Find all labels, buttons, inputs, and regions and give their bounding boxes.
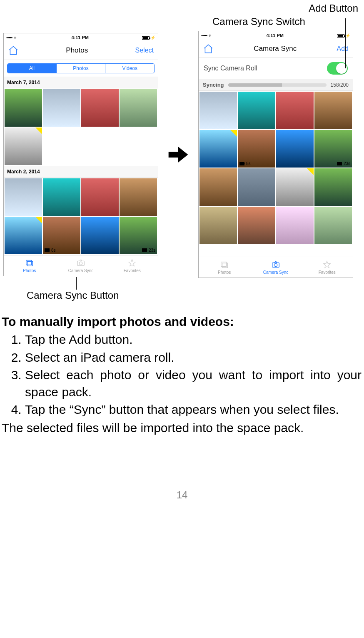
- segmented-control[interactable]: All Photos Videos: [7, 63, 155, 73]
- photo-thumb[interactable]: [120, 89, 157, 127]
- add-button[interactable]: Add: [337, 45, 349, 53]
- tab-photos[interactable]: Photos: [199, 257, 250, 278]
- tab-camera-sync[interactable]: Camera Sync: [55, 255, 106, 276]
- video-camera-icon: 8s: [45, 248, 56, 253]
- video-thumb[interactable]: 23s: [120, 217, 157, 254]
- photo-thumb[interactable]: [5, 89, 42, 127]
- photo-thumb[interactable]: [5, 128, 42, 165]
- star-icon: [322, 260, 332, 269]
- photo-thumb[interactable]: [43, 178, 80, 216]
- photo-grid-2: 8s 23s: [4, 178, 158, 255]
- tab-label: Photos: [218, 270, 231, 275]
- status-time: 4:11 PM: [266, 33, 284, 38]
- page-title: Photos: [66, 46, 88, 55]
- video-thumb[interactable]: 23s: [314, 130, 352, 168]
- photo-thumb[interactable]: [276, 130, 314, 168]
- segment-photos[interactable]: Photos: [57, 64, 106, 73]
- photo-thumb[interactable]: [238, 92, 275, 129]
- status-bar: ••••• ᯤ 4:11 PM ⚡: [4, 33, 158, 42]
- photo-thumb[interactable]: [120, 178, 157, 216]
- photo-thumb[interactable]: [5, 217, 42, 254]
- arrow-right-icon: [166, 143, 191, 166]
- camera-sync-tab-icon: [271, 260, 280, 269]
- instruction-step: Tap the Add button.: [25, 331, 362, 348]
- tab-label: Favorites: [124, 268, 141, 273]
- instructions-block: To manually import photos and videos: Ta…: [0, 306, 364, 435]
- photo-thumb[interactable]: [314, 92, 352, 129]
- svg-rect-4: [221, 262, 226, 267]
- instruction-step: Tap the “Sync” button that appears when …: [25, 401, 362, 418]
- callout-add-button: Add Button: [0, 3, 364, 14]
- photos-tab-icon: [25, 258, 34, 268]
- photos-tab-icon: [220, 260, 229, 269]
- sync-photo-grid: 8s 23s: [199, 91, 353, 245]
- photo-thumb[interactable]: [238, 168, 275, 206]
- home-icon[interactable]: [8, 45, 19, 56]
- tab-camera-sync[interactable]: Camera Sync: [250, 257, 301, 278]
- photo-thumb[interactable]: [81, 217, 119, 254]
- tab-bar: Photos Camera Sync Favorites: [4, 255, 158, 276]
- photo-thumb[interactable]: [81, 178, 119, 216]
- page-title: Camera Sync: [254, 45, 297, 53]
- instruction-step: Select an iPad camera roll.: [25, 349, 362, 366]
- svg-rect-1: [27, 261, 32, 266]
- sync-mark-icon: [35, 128, 42, 134]
- photo-thumb[interactable]: [199, 130, 237, 168]
- select-button[interactable]: Select: [135, 47, 154, 54]
- instructions-heading: To manually import photos and videos:: [2, 315, 362, 329]
- sync-camera-roll-row: Sync Camera Roll: [199, 58, 353, 79]
- camera-sync-switch[interactable]: [327, 62, 348, 75]
- photo-thumb[interactable]: [5, 178, 42, 216]
- home-icon[interactable]: [203, 43, 214, 54]
- sync-mark-icon: [35, 217, 42, 223]
- tab-photos[interactable]: Photos: [4, 255, 55, 276]
- tab-label: Photos: [23, 268, 36, 273]
- segment-videos[interactable]: Videos: [105, 64, 154, 73]
- camera-sync-tab-icon: [76, 258, 85, 268]
- photo-thumb[interactable]: [314, 207, 352, 244]
- syncing-progress-row: Syncing 158/200: [199, 79, 353, 91]
- tab-favorites[interactable]: Favorites: [302, 257, 353, 278]
- tab-label: Favorites: [319, 270, 336, 275]
- svg-rect-0: [26, 260, 31, 265]
- nav-bar: Camera Sync Add: [199, 40, 353, 58]
- callout-camera-sync-switch: Camera Sync Switch: [0, 16, 364, 28]
- phone-camera-sync-screen: ••••• ᯤ 4:11 PM ⚡ Camera Sync Add Sync C…: [198, 31, 353, 278]
- photo-thumb[interactable]: [81, 89, 119, 127]
- sync-mark-icon: [230, 130, 237, 137]
- svg-rect-5: [222, 263, 227, 268]
- callout-camera-sync-button: Camera Sync Button: [27, 290, 119, 301]
- signal-dots: ••••• ᯤ: [201, 33, 213, 38]
- callout-camera-sync-button-wrap: Camera Sync Button: [0, 277, 364, 306]
- video-thumb[interactable]: 8s: [238, 130, 275, 168]
- photo-thumb[interactable]: [199, 92, 237, 129]
- photo-grid-1: [4, 88, 158, 166]
- video-camera-icon: 23s: [337, 161, 350, 166]
- signal-dots: ••••• ᯤ: [6, 35, 18, 40]
- svg-point-7: [274, 263, 277, 266]
- photo-thumb[interactable]: [199, 168, 237, 206]
- photo-thumb[interactable]: [238, 207, 275, 244]
- photo-thumb[interactable]: [276, 168, 314, 206]
- progress-bar: [228, 83, 327, 87]
- tab-favorites[interactable]: Favorites: [107, 255, 158, 276]
- instruction-step: Select each photo or video you want to i…: [25, 367, 362, 400]
- tab-bar: Photos Camera Sync Favorites: [199, 257, 353, 278]
- photo-thumb[interactable]: [43, 89, 80, 127]
- section-header: March 7, 2014: [4, 77, 158, 88]
- photo-thumb[interactable]: [199, 207, 237, 244]
- svg-point-3: [79, 262, 82, 265]
- photo-thumb[interactable]: [314, 168, 352, 206]
- status-time: 4:11 PM: [71, 35, 89, 40]
- photo-thumb[interactable]: [276, 92, 314, 129]
- photo-thumb[interactable]: [276, 207, 314, 244]
- video-camera-icon: 8s: [239, 161, 251, 166]
- sync-mark-icon: [307, 168, 314, 175]
- segment-all[interactable]: All: [7, 64, 57, 73]
- tab-label: Camera Sync: [263, 270, 289, 275]
- video-thumb[interactable]: 8s: [43, 217, 80, 254]
- syncing-label: Syncing: [203, 82, 224, 88]
- section-header: March 2, 2014: [4, 166, 158, 178]
- instructions-after: The selected files will be imported into…: [2, 421, 362, 435]
- instructions-list: Tap the Add button. Select an iPad camer…: [2, 331, 362, 418]
